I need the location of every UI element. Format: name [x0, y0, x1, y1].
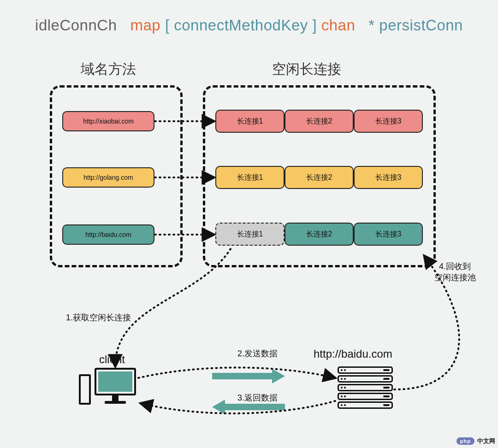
server-rack-icon	[338, 366, 393, 410]
conn-cell-released: 长连接1	[215, 223, 285, 246]
client-label: client	[99, 353, 125, 366]
title-keytype: connectMethodKey	[174, 17, 308, 34]
conn-cell: 长连接1	[215, 110, 285, 133]
conn-cell: 长连接2	[285, 110, 354, 133]
title-rbracket: ]	[312, 17, 317, 34]
step-4-label-b: 空闲连接池	[434, 272, 476, 283]
conn-cell-label: 长连接2	[306, 173, 332, 183]
conn-cell-label: 长连接1	[237, 173, 263, 183]
step-4-label-a: 4.回收到	[439, 261, 471, 272]
conn-cell: 长连接3	[354, 223, 423, 246]
conn-cell-label: 长连接1	[237, 230, 263, 239]
title-valtype: persistConn	[379, 17, 463, 34]
watermark-text: 中文网	[477, 437, 495, 445]
step-2-label: 2.发送数据	[237, 348, 278, 359]
conn-cell-label: 长连接2	[306, 117, 332, 126]
conn-cell: 长连接3	[354, 110, 423, 133]
conn-cell: 长连接2	[285, 166, 354, 189]
conn-cell-label: 长连接3	[375, 230, 402, 239]
section-label-pool: 空闲长连接	[272, 60, 341, 79]
step-3-label: 3.返回数据	[237, 392, 278, 403]
section-label-keys: 域名方法	[81, 60, 136, 79]
conn-cell-label: 长连接1	[237, 117, 263, 126]
conn-cell: 长连接2	[285, 223, 354, 246]
map-key-label: http://xiaobai.com	[83, 118, 134, 125]
conn-cell-label: 长连接3	[375, 117, 402, 126]
title-star: *	[368, 17, 374, 34]
map-key-xiaobai: http://xiaobai.com	[62, 111, 154, 131]
map-key-baidu: http://baidu.com	[62, 224, 154, 245]
conn-cell-label: 长连接3	[375, 173, 402, 183]
title-map: map	[130, 17, 161, 34]
title-ident: idleConnCh	[35, 17, 117, 34]
step-1-label: 1.获取空闲长连接	[66, 312, 131, 323]
map-key-golang: http://golang.com	[62, 167, 154, 188]
title-chan: chan	[321, 17, 356, 34]
conn-cell: 长连接1	[215, 166, 285, 189]
conn-cell: 长连接3	[354, 166, 423, 189]
title-lbracket: [	[165, 17, 170, 34]
watermark: php 中文网	[456, 437, 495, 445]
conn-cell-label: 长连接2	[306, 230, 332, 239]
type-signature-title: idleConnCh map [ connectMethodKey ] chan…	[0, 17, 498, 34]
server-label: http://baidu.com	[314, 348, 392, 360]
map-key-label: http://baidu.com	[85, 231, 131, 238]
client-computer-icon	[95, 368, 136, 404]
map-key-label: http://golang.com	[83, 174, 133, 181]
watermark-badge: php	[456, 437, 474, 445]
